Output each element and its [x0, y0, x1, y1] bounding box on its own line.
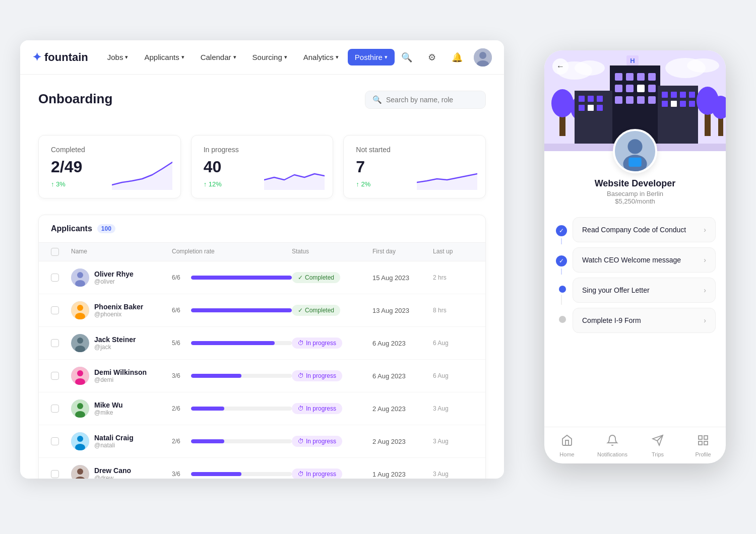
chevron-right-icon: › — [704, 286, 706, 294]
row-checkbox[interactable] — [51, 405, 59, 413]
stat-chart-notstarted — [417, 160, 477, 190]
task-item[interactable]: Read Company Code of Conduct › — [573, 217, 716, 242]
applicant-handle: @jack — [94, 344, 136, 351]
notifications-button[interactable]: 🔔 — [449, 49, 466, 66]
svg-point-70 — [627, 139, 642, 154]
applicant-handle: @natali — [94, 442, 134, 449]
search-button[interactable]: 🔍 — [398, 49, 415, 66]
nav-item-analytics[interactable]: Analytics ▾ — [296, 49, 346, 65]
applicant-name: Jack Steiner — [94, 336, 136, 344]
task-item[interactable]: Watch CEO Welcome message › — [573, 247, 716, 273]
nav-item-applicants[interactable]: Applicants ▾ — [137, 49, 191, 65]
back-button[interactable]: ← — [552, 58, 569, 75]
select-all-checkbox[interactable] — [51, 248, 59, 256]
stat-chart-inprogress — [264, 160, 325, 190]
mobile-company: Basecamp in Berlin — [607, 190, 663, 197]
mobile-nav-profile-label: Profile — [695, 451, 711, 457]
svg-rect-59 — [689, 92, 695, 98]
svg-point-27 — [687, 58, 719, 73]
table-header: Applicants 100 — [39, 215, 485, 243]
avatar — [71, 465, 89, 479]
search-bar[interactable]: 🔍 — [365, 91, 486, 109]
stat-chart-completed — [112, 160, 172, 190]
table-row[interactable]: Phoenix Baker @phoenix 6/6 ✓ Completed 1… — [39, 294, 485, 327]
svg-rect-40 — [648, 85, 656, 92]
nav-actions: 🔍 ⚙ 🔔 — [398, 48, 492, 66]
svg-rect-56 — [662, 92, 668, 98]
completion-cell: 6/6 — [172, 307, 292, 314]
table-row[interactable]: Mike Wu @mike 2/6 ⏱ In progress 2 Aug 20… — [39, 392, 485, 425]
svg-rect-41 — [615, 96, 622, 104]
last-update: 8 hrs — [433, 307, 473, 314]
task-checkmark: ✓ — [556, 225, 567, 236]
applicant-info: Phoenix Baker @phoenix — [71, 301, 172, 319]
nav-item-jobs[interactable]: Jobs ▾ — [100, 49, 136, 65]
task-item[interactable]: Sing your Offer Letter › — [573, 278, 716, 303]
col-firstday: First day — [372, 248, 433, 256]
task-dot-current — [559, 286, 566, 293]
status-badge: ⏱ In progress — [292, 436, 342, 447]
progress-bar-fill — [191, 439, 224, 443]
nav-item-sourcing[interactable]: Sourcing ▾ — [245, 49, 294, 65]
logo[interactable]: ✦ fountain — [32, 51, 88, 64]
svg-point-1 — [479, 52, 486, 59]
grid-icon — [697, 434, 709, 449]
svg-rect-42 — [626, 96, 634, 104]
mobile-nav-trips[interactable]: Trips — [635, 432, 680, 459]
nav-item-posthire[interactable]: Posthire ▾ — [348, 49, 395, 65]
page-header: Onboarding 🔍 — [38, 91, 486, 121]
first-day: 6 Aug 2023 — [372, 340, 433, 347]
mobile-nav-home[interactable]: Home — [544, 432, 590, 459]
col-lastupdate: Last up — [433, 248, 473, 256]
task-connector-line — [561, 269, 562, 275]
settings-button[interactable]: ⚙ — [423, 49, 440, 66]
svg-rect-54 — [597, 105, 603, 111]
row-checkbox[interactable] — [51, 274, 59, 282]
svg-rect-50 — [588, 96, 594, 102]
task-item[interactable]: Complete I-9 Form › — [573, 308, 716, 333]
logo-icon: ✦ — [32, 51, 41, 64]
mobile-nav-profile[interactable]: Profile — [680, 432, 726, 459]
row-checkbox[interactable] — [51, 306, 59, 314]
user-avatar[interactable] — [474, 48, 492, 66]
table-row[interactable]: Oliver Rhye @oliver 6/6 ✓ Completed 15 A… — [39, 261, 485, 294]
row-checkbox[interactable] — [51, 470, 59, 478]
table-row[interactable]: Demi Wilkinson @demi 3/6 ⏱ In progress 6… — [39, 360, 485, 392]
row-checkbox[interactable] — [51, 372, 59, 380]
mobile-nav-notifications[interactable]: Notifications — [590, 432, 635, 459]
applicant-info: Oliver Rhye @oliver — [71, 269, 172, 287]
avatar — [71, 301, 89, 319]
svg-rect-53 — [588, 105, 594, 111]
table-row[interactable]: Drew Cano @drew 3/6 ⏱ In progress 1 Aug … — [39, 458, 485, 479]
mobile-panel: ← — [544, 50, 726, 463]
applicant-name: Mike Wu — [94, 401, 123, 409]
progress-bar-bg — [191, 276, 292, 280]
row-checkbox[interactable] — [51, 339, 59, 347]
table-row[interactable]: Jack Steiner @jack 5/6 ⏱ In progress 6 A… — [39, 327, 485, 360]
chevron-right-icon: › — [704, 316, 706, 324]
svg-rect-78 — [704, 441, 708, 445]
applicant-info: Drew Cano @drew — [71, 465, 172, 479]
completion-cell: 3/6 — [172, 471, 292, 478]
svg-point-25 — [575, 60, 605, 76]
progress-bar-fill — [191, 472, 241, 476]
progress-bar-bg — [191, 472, 292, 476]
completion-fraction: 5/6 — [172, 340, 186, 347]
last-update: 6 Aug — [433, 340, 473, 347]
svg-rect-33 — [615, 73, 622, 81]
mobile-profile-section: Website Developer Basecamp in Berlin $5,… — [544, 129, 726, 213]
table-row[interactable]: Natali Craig @natali 2/6 ⏱ In progress 2… — [39, 425, 485, 458]
svg-rect-63 — [689, 101, 695, 107]
logo-text: fountain — [44, 51, 88, 64]
mobile-tasks-list: ✓ Read Company Code of Conduct › ✓ Watch… — [544, 213, 726, 427]
last-update: 2 hrs — [433, 274, 473, 281]
svg-point-19 — [77, 436, 83, 442]
nav-item-calendar[interactable]: Calendar ▾ — [194, 49, 243, 65]
send-icon — [652, 434, 664, 449]
row-checkbox[interactable] — [51, 437, 59, 445]
svg-rect-36 — [648, 73, 656, 81]
search-input[interactable] — [386, 96, 478, 104]
svg-rect-38 — [626, 85, 634, 92]
completion-fraction: 2/6 — [172, 438, 186, 445]
progress-bar-bg — [191, 439, 292, 443]
